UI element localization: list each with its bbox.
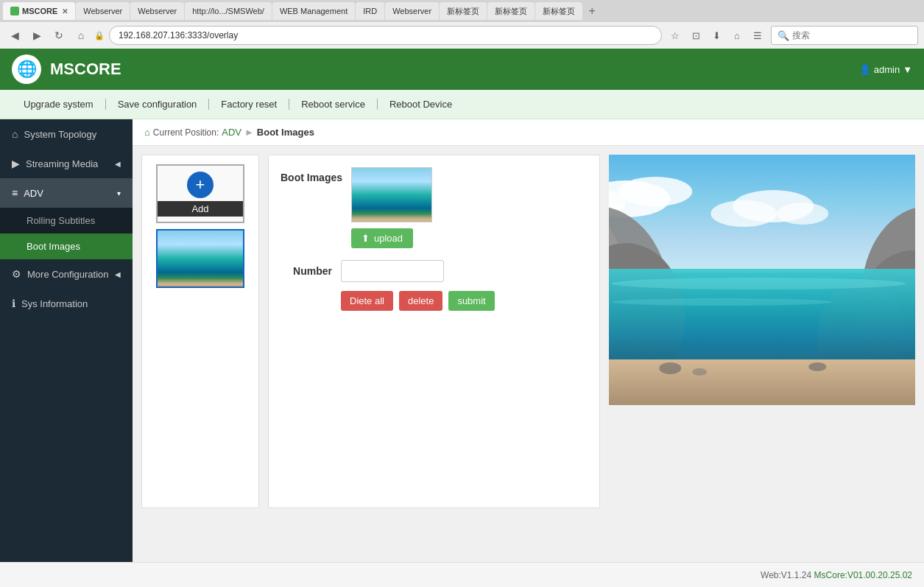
svg-rect-17 [609,359,916,405]
home-button[interactable]: ⌂ [72,27,90,44]
tab-label-9: 新标签页 [543,6,575,17]
browser-tab-9[interactable]: 新标签页 [535,2,582,20]
browser-tab-5[interactable]: IRD [356,2,384,20]
app-toolbar: Upgrade system Save configuration Factor… [0,90,924,119]
sidebar-item-system-topology[interactable]: ⌂ System Topology [0,119,133,149]
breadcrumb-section: Current Position: [153,127,219,138]
upload-icon: ⬆ [362,233,370,244]
upload-button[interactable]: ⬆ upload [351,228,413,248]
sidebar-item-streaming-media[interactable]: ▶ Streaming Media ◀ [0,149,133,178]
refresh-button[interactable]: ↻ [50,27,68,44]
sidebar-more-config-label: More Configuration [27,269,109,280]
user-menu[interactable]: 👤 admin ▼ [859,64,912,75]
browser-tab-4[interactable]: WEB Management [272,2,355,20]
toolbar-upgrade-system[interactable]: Upgrade system [12,99,106,110]
app-footer: Web:V1.1.24 MsCore:V01.00.20.25.02 [0,562,924,587]
add-image-box[interactable]: + Add [156,164,244,223]
tab-label-mscore: MSCORE [22,7,57,15]
toolbar-factory-reset[interactable]: Factory reset [209,99,289,110]
sidebar-streaming-media-label: Streaming Media [26,158,109,169]
upgrade-system-label: Upgrade system [24,99,94,110]
forward-button[interactable]: ▶ [28,27,46,44]
toolbar-reboot-service[interactable]: Reboot service [289,99,378,110]
rolling-subtitles-label: Rolling Subtitles [27,215,95,226]
reboot-device-label: Reboot Device [389,99,452,110]
bookmark-icon[interactable]: ☆ [666,27,684,44]
tab-label-4: WEB Management [280,7,348,15]
submit-button[interactable]: submit [448,291,494,311]
username: admin [874,64,900,75]
address-input[interactable] [109,26,662,45]
web-version: Web:V1.1.24 [761,570,811,580]
boot-images-row: Boot Images ⬆ upload [281,167,588,248]
upload-label: upload [374,233,403,244]
svg-point-15 [611,278,906,289]
menu-icon[interactable]: ☰ [749,27,766,44]
globe-icon: 🌐 [17,60,37,79]
tab-close-mscore[interactable]: ✕ [62,7,68,15]
browser-tab-1[interactable]: Webserver [76,2,130,20]
streaming-media-arrow-icon: ◀ [115,160,121,168]
boot-images-thumbnail [351,167,432,222]
more-config-arrow-icon: ◀ [115,270,121,278]
reader-icon[interactable]: ⊡ [687,27,705,44]
beach-scene-svg [609,155,916,405]
tab-label-5: IRD [363,7,377,15]
breadcrumb: ⌂ Current Position: ADV ► Boot Images [133,119,924,146]
toolbar-save-config[interactable]: Save configuration [106,99,210,110]
toolbar-reboot-device[interactable]: Reboot Device [378,99,464,110]
mscore-version: MsCore:V01.00.20.25.02 [814,570,912,580]
sidebar-adv-label: ADV [24,188,111,199]
boot-images-content: ⬆ upload [351,167,432,248]
search-input[interactable] [792,30,895,41]
sidebar-item-boot-images[interactable]: Boot Images [0,233,133,259]
delete-all-button[interactable]: Diete all [341,291,393,311]
delete-button[interactable]: delete [399,291,442,311]
upload-section: ⬆ upload [351,228,432,248]
breadcrumb-adv-link[interactable]: ADV [222,127,241,138]
browser-tab-mscore[interactable]: MSCORE ✕ [3,2,75,20]
new-tab-button[interactable]: + [583,2,601,20]
search-bar[interactable]: 🔍 [771,26,918,45]
add-icon: + [187,172,214,198]
back-button[interactable]: ◀ [6,27,24,44]
user-icon: 👤 [859,64,871,75]
tab-label-3: http://lo.../SMSWeb/ [192,7,264,15]
sidebar-item-rolling-subtitles[interactable]: Rolling Subtitles [0,208,133,233]
browser-tab-7[interactable]: 新标签页 [440,2,487,20]
browser-tab-2[interactable]: Webserver [130,2,184,20]
app-body: ⌂ System Topology ▶ Streaming Media ◀ ≡ … [0,119,924,562]
svg-point-20 [808,362,826,371]
browser-tab-8[interactable]: 新标签页 [487,2,535,20]
main-content: ⌂ Current Position: ADV ► Boot Images + … [133,119,924,562]
browser-tab-3[interactable]: http://lo.../SMSWeb/ [185,2,272,20]
lock-icon: 🔒 [94,31,105,41]
browser-tabs: MSCORE ✕ Webserver Webserver http://lo..… [0,0,924,22]
number-label: Number [281,265,332,277]
download-icon[interactable]: ⬇ [708,27,725,44]
sidebar-item-more-config[interactable]: ⚙ More Configuration ◀ [0,259,133,289]
tab-label-7: 新标签页 [447,6,479,17]
search-icon: 🔍 [777,30,789,41]
number-row: Number [281,260,588,282]
adv-icon: ≡ [12,187,18,199]
reboot-service-label: Reboot service [301,99,365,110]
address-actions: ☆ ⊡ ⬇ ⌂ ☰ [666,27,766,44]
browser-tab-6[interactable]: Webserver [385,2,439,20]
tab-label-2: Webserver [138,7,177,15]
svg-point-6 [777,203,828,225]
tab-label-6: Webserver [392,7,431,15]
main-preview-image [609,155,916,405]
sidebar-system-topology-label: System Topology [24,129,121,140]
app-title: MSCORE [50,60,859,79]
sidebar-item-adv[interactable]: ≡ ADV ▾ [0,178,133,208]
home-sidebar-icon: ⌂ [12,128,18,140]
number-input[interactable] [341,260,444,282]
streaming-media-icon: ▶ [12,158,20,169]
sys-info-icon: ℹ [12,298,15,309]
thumbnail-image[interactable] [156,229,244,288]
home-addr-icon[interactable]: ⌂ [728,27,746,44]
sidebar-sub-menu: Rolling Subtitles Boot Images [0,208,133,259]
sidebar-item-sys-information[interactable]: ℹ Sys Information [0,289,133,318]
app-logo: 🌐 [12,55,41,84]
